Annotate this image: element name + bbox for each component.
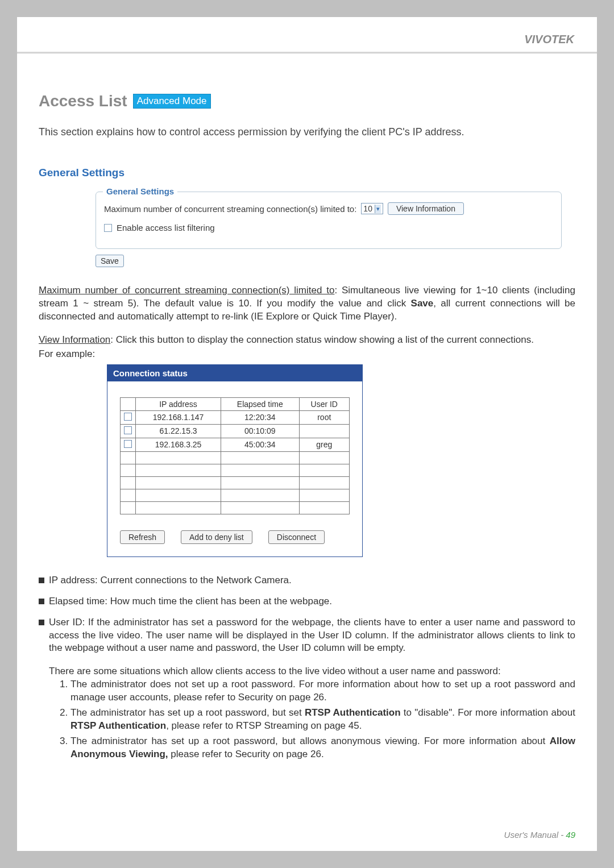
refresh-button[interactable]: Refresh [120,530,165,544]
for-example-label: For example: [39,348,575,361]
chevron-down-icon: ▾ [375,205,381,213]
table-header-row: IP address Elapsed time User ID [121,397,350,410]
paragraph-max-connections: Maximum number of concurrent streaming c… [39,284,575,323]
add-to-deny-list-button[interactable]: Add to deny list [181,530,252,544]
section-general-settings: General Settings [39,167,575,179]
general-settings-panel: General Settings Maximum number of concu… [96,192,562,249]
situation-2: The administrator has set up a root pass… [70,707,575,733]
advanced-mode-badge: Advanced Mode [133,94,211,109]
row-checkbox[interactable] [124,413,132,421]
bullet-icon [39,578,44,583]
table-row: 61.22.15.300:10:09 [121,424,350,438]
divider [17,53,597,53]
enable-filtering-checkbox[interactable] [104,224,112,232]
bullet-ip-address: IP address: Current connections to the N… [39,574,575,587]
situations-list: The administrator does not set up a root… [70,678,575,761]
save-button[interactable]: Save [96,255,124,267]
connection-status-window: Connection status IP address Elapsed tim… [107,364,363,557]
paragraph-view-information: View Information: Click this button to d… [39,334,575,347]
max-connections-label: Maximum number of concurrent streaming c… [104,204,356,214]
row-checkbox[interactable] [124,426,132,434]
page-title: Access List [39,92,127,110]
table-row [121,476,350,489]
bullet-icon [39,599,44,604]
max-connections-select[interactable]: 10 ▾ [361,203,383,214]
table-row [121,464,350,476]
table-row: 192.168.1.14712:20:34root [121,410,350,424]
brand-header: VIVOTEK [17,17,597,53]
situation-3: The administrator has set up a root pass… [70,735,575,761]
connection-table: IP address Elapsed time User ID 192.168.… [120,397,350,514]
col-elapsed: Elapsed time [221,397,299,410]
bullet-user-id: User ID: If the administrator has set a … [39,616,575,763]
table-row [121,489,350,501]
situations-intro: There are some situations which allow cl… [49,665,575,678]
table-row [121,501,350,514]
situation-1: The administrator does not set up a root… [70,678,575,704]
col-user: User ID [299,397,349,410]
enable-filtering-label: Enable access list filtering [117,223,215,232]
table-row [121,451,350,464]
col-ip: IP address [136,397,221,410]
fieldset-legend: General Settings [103,186,177,196]
disconnect-button[interactable]: Disconnect [268,530,325,544]
table-row: 192.168.3.2545:00:34greg [121,438,350,451]
page-footer: User's Manual - 49 [504,830,575,840]
bullet-icon [39,620,44,625]
intro-text: This section explains how to control acc… [39,126,575,138]
row-checkbox[interactable] [124,440,132,448]
view-information-button[interactable]: View Information [388,202,464,215]
window-title: Connection status [107,365,362,381]
bullet-elapsed-time: Elapsed time: How much time the client h… [39,595,575,608]
